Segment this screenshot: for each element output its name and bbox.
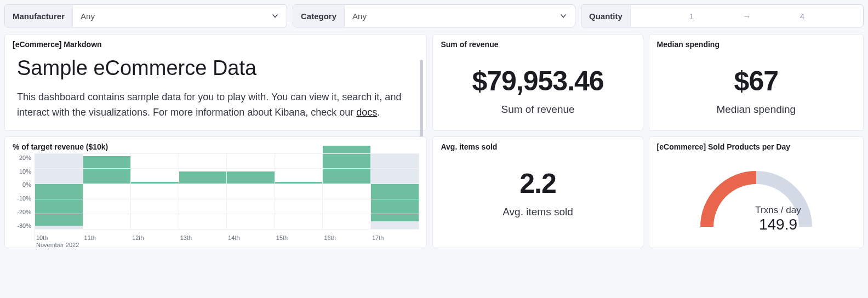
panel-title: Sum of revenue — [441, 40, 635, 49]
quantity-from: 1 — [642, 12, 741, 21]
panel-title: [eCommerce] Sold Products per Day — [657, 142, 855, 151]
chart-bar — [227, 153, 275, 229]
filter-category-value[interactable]: Any — [345, 5, 575, 27]
panel-target-revenue: % of target revenue ($10k) 20%10%0%-10%-… — [4, 136, 427, 248]
markdown-paragraph: This dashboard contains sample data for … — [17, 90, 414, 121]
filter-quantity[interactable]: Quantity 1 → 4 — [581, 4, 864, 27]
filter-category[interactable]: Category Any — [293, 4, 575, 27]
filter-manufacturer-label: Manufacturer — [5, 5, 73, 27]
metric-value: $79,953.46 — [441, 65, 635, 97]
metric-value: $67 — [657, 65, 855, 97]
panel-title: Median spending — [657, 40, 855, 49]
chevron-down-icon — [559, 12, 567, 20]
filter-manufacturer-value[interactable]: Any — [73, 5, 287, 27]
gauge-value: 149.9 — [759, 216, 797, 233]
chart-bar — [83, 153, 132, 229]
chart-bar — [323, 153, 371, 229]
filter-quantity-label: Quantity — [581, 5, 631, 27]
chart-bar — [179, 153, 227, 229]
x-axis: 10th11th12th13th14th15th16th17th — [35, 234, 419, 241]
gauge[interactable]: Trxns / day 149.9 — [657, 153, 855, 237]
metric-label: Sum of revenue — [441, 104, 635, 116]
chart-bar — [371, 153, 419, 229]
docs-link[interactable]: docs — [356, 107, 377, 118]
panel-markdown: [eCommerce] Markdown Sample eCommerce Da… — [4, 34, 427, 131]
markdown-heading: Sample eCommerce Data — [17, 56, 414, 80]
y-axis: 20%10%0%-10%-20%-30% — [13, 153, 35, 241]
metric-value: 2.2 — [441, 168, 635, 199]
filter-category-value-text: Any — [352, 12, 367, 21]
markdown-text-post: . — [377, 107, 380, 118]
panel-title: Avg. items sold — [441, 142, 635, 151]
metric-label: Median spending — [657, 104, 855, 116]
chart-bar — [131, 153, 179, 229]
panel-title: [eCommerce] Markdown — [13, 40, 419, 49]
panel-avg-items-sold: Avg. items sold 2.2 Avg. items sold — [432, 136, 643, 248]
panel-median-spending: Median spending $67 Median spending — [649, 34, 864, 131]
panel-sum-of-revenue: Sum of revenue $79,953.46 Sum of revenue — [432, 34, 643, 131]
filter-manufacturer[interactable]: Manufacturer Any — [4, 4, 287, 27]
metric-label: Avg. items sold — [441, 206, 635, 218]
arrow-right-icon: → — [741, 12, 752, 21]
filter-category-label: Category — [293, 5, 345, 27]
x-axis-sublabel: November 2022 — [35, 242, 79, 248]
chart-bar — [275, 153, 323, 229]
filter-manufacturer-value-text: Any — [81, 12, 95, 21]
chart-bar — [35, 153, 83, 229]
chevron-down-icon — [271, 12, 279, 20]
target-revenue-chart[interactable]: 20%10%0%-10%-20%-30% 10th11th12th13th14t… — [13, 153, 419, 241]
panel-sold-products-per-day: [eCommerce] Sold Products per Day Trxns … — [649, 136, 864, 248]
filters-row: Manufacturer Any Category Any Quantity 1… — [4, 4, 864, 27]
markdown-body: Sample eCommerce Data This dashboard con… — [13, 51, 419, 124]
filter-quantity-range[interactable]: 1 → 4 — [631, 5, 863, 27]
plot-area: 10th11th12th13th14th15th16th17th Novembe… — [35, 153, 419, 241]
gauge-label: Trxns / day — [755, 205, 801, 215]
quantity-to: 4 — [752, 12, 852, 21]
markdown-text-pre: This dashboard contains sample data for … — [17, 91, 401, 118]
